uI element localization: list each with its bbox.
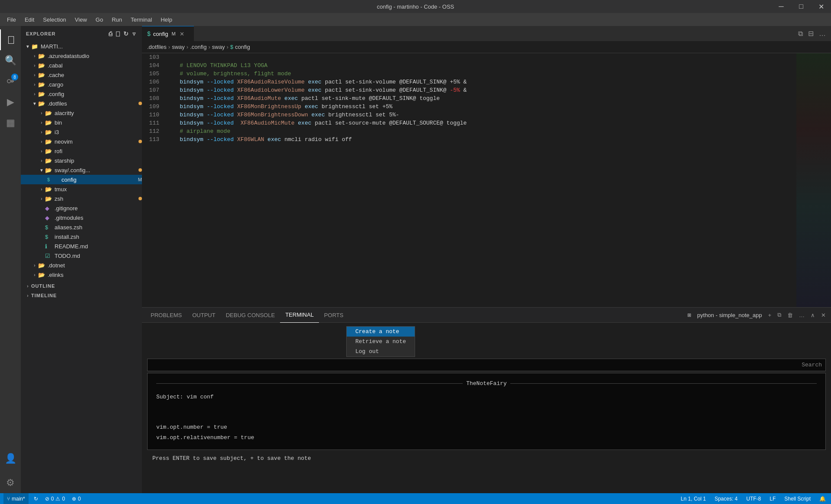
menu-item-retrieve-note[interactable]: Retrieve a note [347, 337, 415, 347]
menu-file[interactable]: File [3, 16, 19, 24]
editor-tab-config[interactable]: $ config M ✕ [142, 26, 194, 41]
new-folder-icon[interactable]: ⎕ [115, 29, 121, 38]
terminal-instance-label[interactable]: python - simple_note_app [696, 311, 764, 319]
sidebar-item-zsh[interactable]: › 📂 zsh [21, 194, 142, 203]
sidebar-item-cargo[interactable]: › 📂 .cargo [21, 80, 142, 89]
sidebar-title: EXPLORER [26, 31, 56, 36]
status-errors[interactable]: ⊘ 0 ⚠ 0 [43, 496, 67, 502]
arrow-icon: › [31, 54, 38, 58]
sidebar-item-neovim[interactable]: › 📂 neovim [21, 137, 142, 146]
sidebar-item-timeline[interactable]: › TIMELINE [21, 291, 142, 300]
tab-ports[interactable]: PORTS [319, 308, 349, 323]
status-branch[interactable]: ⑂ main* [3, 493, 29, 504]
search-input[interactable] [148, 359, 802, 371]
close-terminal-button[interactable]: ✕ [819, 311, 828, 319]
breadcrumb-part-4[interactable]: sway [212, 44, 225, 50]
close-button[interactable]: ✕ [811, 0, 831, 13]
status-position[interactable]: Ln 1, Col 1 [679, 496, 708, 502]
sidebar-item-cabal[interactable]: › 📂 .cabal [21, 61, 142, 70]
sidebar-item-aliases[interactable]: › $ aliases.zsh [21, 222, 142, 232]
menu-selection[interactable]: Selection [39, 16, 69, 24]
menu-view[interactable]: View [71, 16, 90, 24]
tab-problems[interactable]: PROBLEMS [145, 308, 187, 323]
sidebar-item-sway-config[interactable]: ▼ 📂 sway/.config... [21, 165, 142, 175]
chevron-up-terminal[interactable]: ∧ [809, 311, 817, 319]
status-notification[interactable]: 🔔 [818, 496, 828, 502]
more-terminal-button[interactable]: … [797, 311, 806, 319]
split-editor-button[interactable]: ⧉ [796, 28, 805, 39]
tab-output[interactable]: OUTPUT [187, 308, 220, 323]
sidebar-item-config[interactable]: › 📂 .config [21, 89, 142, 99]
account-activity-icon[interactable]: 👤 [0, 448, 21, 469]
sidebar-item-rofi[interactable]: › 📂 rofi [21, 146, 142, 156]
menu-run[interactable]: Run [108, 16, 126, 24]
item-label: install.zsh [55, 234, 142, 240]
menu-item-create-note[interactable]: Create a note [347, 327, 415, 337]
minimize-button[interactable]: ─ [771, 0, 791, 13]
notification-icon: 🔔 [819, 496, 826, 502]
menu-terminal[interactable]: Terminal [127, 16, 155, 24]
sidebar-item-dotnet[interactable]: › 📂 .dotnet [21, 260, 142, 270]
refresh-icon[interactable]: ↻ [122, 29, 130, 38]
status-remote[interactable]: ⊕ 0 [70, 496, 83, 502]
breadcrumb-part-1[interactable]: .dotfiles [147, 44, 167, 50]
search-activity-icon[interactable]: 🔍 [0, 50, 21, 71]
menu-item-logout[interactable]: Log out [347, 347, 415, 356]
status-language[interactable]: Shell Script [783, 496, 812, 502]
status-encoding[interactable]: UTF-8 [744, 496, 763, 502]
item-label: .azuredatastudio [48, 53, 142, 59]
sidebar-item-tmux[interactable]: › 📂 tmux [21, 184, 142, 194]
sidebar-item-outline[interactable]: › OUTLINE [21, 281, 142, 291]
explorer-activity-icon[interactable]: ⎕ [0, 29, 21, 50]
sidebar-item-todo[interactable]: › ☑ TODO.md [21, 251, 142, 260]
sidebar-item-azuredatastudio[interactable]: › 📂 .azuredatastudio [21, 51, 142, 61]
extensions-activity-icon[interactable]: ▦ [0, 112, 21, 133]
menu-go[interactable]: Go [92, 16, 106, 24]
maximize-button[interactable]: □ [791, 0, 811, 13]
status-line-ending[interactable]: LF [768, 496, 777, 502]
branch-icon: ⑂ [7, 496, 10, 502]
add-terminal-button[interactable]: + [766, 311, 773, 319]
new-file-icon[interactable]: ⎙ [108, 29, 113, 38]
source-control-activity-icon[interactable]: ⚩ 8 [0, 71, 21, 92]
search-bar[interactable]: Search [147, 359, 826, 371]
note-line-blank2 [156, 412, 817, 422]
shell-file-icon: $ [45, 224, 53, 231]
sidebar-item-bin[interactable]: › 📂 bin [21, 118, 142, 127]
terminal-content[interactable]: Create a note Retrieve a note Log out Se… [142, 323, 831, 493]
trash-terminal-button[interactable]: 🗑 [786, 311, 795, 319]
menu-help[interactable]: Help [157, 16, 176, 24]
sidebar-item-i3[interactable]: › 📂 i3 [21, 127, 142, 137]
layout-button[interactable]: ⊟ [806, 28, 815, 39]
collapse-icon[interactable]: ▿ [132, 29, 137, 38]
sidebar-item-dotfiles[interactable]: ▼ 📂 .dotfiles [21, 99, 142, 108]
code-editor[interactable]: # LENOVO THINKPAD L13 YOGA # volume, bri… [163, 53, 796, 307]
run-activity-icon[interactable]: ▶ [0, 92, 21, 112]
breadcrumb-part-5[interactable]: config [235, 44, 250, 50]
breadcrumb-part-3[interactable]: .config [190, 44, 206, 50]
sidebar-item-alacritty[interactable]: › 📂 alacritty [21, 108, 142, 118]
info-icon: ℹ [45, 243, 53, 250]
modified-indicator [138, 140, 142, 143]
tab-close-button[interactable]: ✕ [178, 30, 186, 38]
sidebar-item-config-file[interactable]: $ config M [21, 175, 142, 184]
settings-activity-icon[interactable]: ⚙ [0, 472, 21, 493]
arrow-icon: › [24, 284, 31, 289]
menu-edit[interactable]: Edit [21, 16, 38, 24]
sidebar-item-install[interactable]: › $ install.zsh [21, 232, 142, 241]
status-spaces[interactable]: Spaces: 4 [713, 496, 739, 502]
sidebar-item-starship[interactable]: › 📂 starship [21, 156, 142, 165]
warning-count: 0 [62, 496, 65, 502]
sidebar-item-elinks[interactable]: › 📂 .elinks [21, 270, 142, 279]
tab-debug-console[interactable]: DEBUG CONSOLE [221, 308, 280, 323]
sidebar-item-gitignore[interactable]: › ◆ .gitignore [21, 203, 142, 213]
breadcrumb-part-2[interactable]: sway [172, 44, 185, 50]
sidebar-item-gitmodules[interactable]: › ◆ .gitmodules [21, 213, 142, 222]
split-terminal-button[interactable]: ⧉ [776, 311, 783, 319]
status-sync[interactable]: ↻ [32, 496, 40, 502]
sidebar-item-root[interactable]: ▼ 📁 MARTI... [21, 42, 142, 51]
more-actions-button[interactable]: … [817, 28, 828, 39]
sidebar-item-cache[interactable]: › 📂 .cache [21, 70, 142, 80]
tab-terminal[interactable]: TERMINAL [280, 308, 319, 323]
sidebar-item-readme[interactable]: › ℹ README.md [21, 241, 142, 251]
